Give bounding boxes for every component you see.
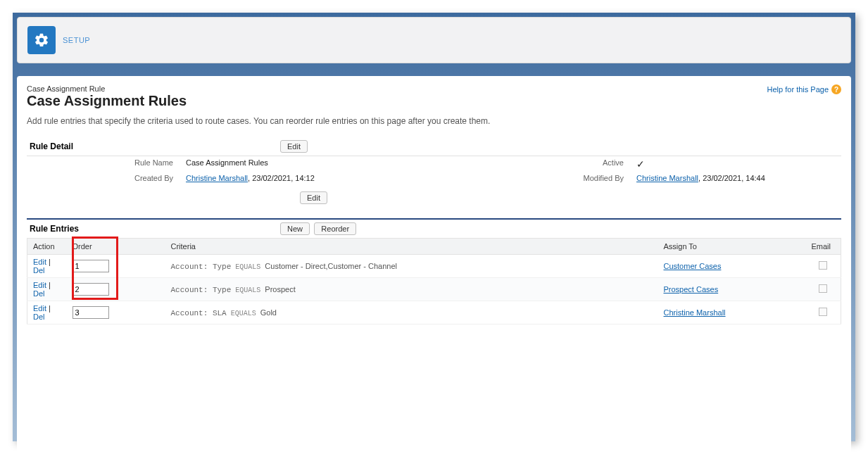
criteria-value: Customer - Direct,Customer - Channel (265, 262, 397, 270)
created-by-datetime: , 23/02/2021, 14:12 (248, 174, 315, 182)
delete-link[interactable]: Del (33, 289, 45, 298)
col-email: Email (806, 239, 841, 255)
rule-name-value: Case Assignment Rules (182, 156, 562, 172)
criteria-prefix: Account: Type (171, 286, 232, 294)
reorder-button[interactable]: Reorder (314, 222, 356, 235)
highlight-order-column (72, 237, 118, 300)
assign-to-link[interactable]: Prospect Cases (664, 285, 719, 294)
setup-label: SETUP (63, 36, 90, 44)
created-by-label: Created By (27, 172, 182, 184)
page-title: Case Assignment Rules (27, 93, 841, 109)
rule-detail-header: Rule Detail Edit (27, 137, 841, 156)
modified-by-user-link[interactable]: Christine Marshall (636, 174, 698, 182)
help-icon: ? (831, 84, 841, 94)
help-link[interactable]: Help for this Page ? (767, 84, 841, 94)
assign-to-link[interactable]: Christine Marshall (664, 308, 726, 317)
modified-by-datetime: , 23/02/2021, 14:44 (698, 174, 765, 182)
edit-button[interactable]: Edit (280, 140, 308, 153)
header-bar: SETUP (17, 17, 851, 63)
email-checkbox[interactable] (819, 284, 827, 293)
assign-to-link[interactable]: Customer Cases (664, 262, 722, 270)
col-action: Action (27, 239, 67, 255)
created-by-user-link[interactable]: Christine Marshall (186, 174, 248, 182)
delete-link[interactable]: Del (33, 266, 45, 275)
edit-link[interactable]: Edit (33, 304, 46, 313)
order-input[interactable] (73, 306, 109, 319)
app-frame: SETUP Help for this Page ? Case Assignme… (13, 13, 855, 441)
rule-name-label: Rule Name (27, 156, 182, 172)
rule-entries-header: Rule Entries New Reorder (27, 220, 841, 238)
help-link-text: Help for this Page (767, 85, 829, 94)
page-description: Add rule entries that specify the criter… (27, 116, 841, 126)
delete-link[interactable]: Del (33, 313, 45, 321)
col-criteria: Criteria (165, 239, 658, 255)
new-button[interactable]: New (280, 222, 310, 235)
rule-entries-title: Rule Entries (27, 220, 280, 238)
criteria-prefix: Account: SLA (171, 309, 227, 317)
active-label: Active (562, 156, 632, 172)
criteria-op: EQUALS (227, 310, 260, 317)
criteria-prefix: Account: Type (171, 263, 232, 271)
modified-by-label: Modified By (562, 172, 632, 184)
edit-link[interactable]: Edit (33, 281, 46, 289)
criteria-value: Prospect (265, 285, 295, 294)
email-checkbox[interactable] (819, 308, 827, 316)
criteria-value: Gold (260, 308, 277, 317)
rule-detail-table: Rule Name Case Assignment Rules Active ✓… (27, 156, 841, 184)
rule-detail-title: Rule Detail (27, 137, 280, 156)
table-row: Edit | Del Account: SLA EQUALS Gold Chri… (27, 301, 841, 324)
criteria-op: EQUALS (231, 263, 265, 271)
table-row: Edit | Del Account: Type EQUALS Customer… (27, 255, 841, 278)
table-row: Edit | Del Account: Type EQUALS Prospect… (27, 278, 841, 301)
edit-link[interactable]: Edit (33, 258, 46, 266)
rule-entries-section: Rule Entries New Reorder Action Order Cr… (27, 218, 841, 324)
email-checkbox[interactable] (819, 261, 827, 270)
setup-gear-icon (27, 26, 56, 54)
rule-entries-table: Action Order Criteria Assign To Email Ed… (27, 238, 841, 324)
edit-button-bottom[interactable]: Edit (300, 191, 327, 204)
content-panel: Help for this Page ? Case Assignment Rul… (17, 76, 851, 454)
col-assign-to: Assign To (658, 239, 806, 255)
active-checkmark-icon: ✓ (636, 158, 645, 170)
criteria-op: EQUALS (231, 286, 265, 294)
breadcrumb: Case Assignment Rule (27, 84, 841, 93)
